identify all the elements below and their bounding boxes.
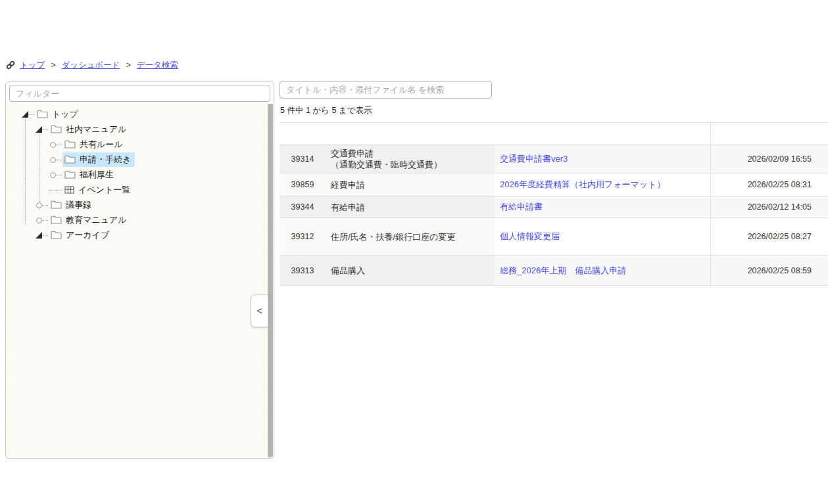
table-row: 39859経費申請2026年度経費精算（社内用フォーマット）2026/02/25… xyxy=(280,173,828,196)
expand-arrow-icon[interactable] xyxy=(36,232,42,239)
tree-node-selected[interactable]: 申請・手続き xyxy=(62,152,135,167)
breadcrumb: トップ>ダッシュボード>データ検索 xyxy=(6,59,178,71)
tree-connector xyxy=(42,205,48,206)
document-link[interactable]: 個人情報変更届 xyxy=(500,231,560,241)
panel-collapse-button[interactable]: < xyxy=(251,294,268,327)
document-link[interactable]: 有給申請書 xyxy=(500,202,543,212)
folder-icon xyxy=(64,140,76,149)
tree-node[interactable]: トップ xyxy=(35,107,82,122)
table-icon xyxy=(64,186,74,194)
breadcrumb-separator: > xyxy=(126,60,131,70)
tree-node[interactable]: 共有ルール xyxy=(62,137,127,152)
category-cell: 住所/氏名・扶養/銀行口座の変更 xyxy=(326,218,495,256)
tree-item-4[interactable]: 福利厚生 xyxy=(7,167,268,182)
folder-icon xyxy=(37,110,48,118)
document-link[interactable]: 総務_2026年上期 備品購入申請 xyxy=(500,265,626,275)
doc-id-cell: 39314 xyxy=(280,145,326,173)
link-icon xyxy=(6,60,15,70)
tree-item-label: アーカイブ xyxy=(66,229,109,241)
expand-circle-icon[interactable] xyxy=(49,156,56,163)
tree-item-label: 社内マニュアル xyxy=(66,124,127,135)
table-row: 39344有給申請有給申請書2026/02/12 14:05 xyxy=(280,196,828,218)
updated-cell: 2026/02/25 08:59 xyxy=(710,256,828,286)
tree-item-2[interactable]: 共有ルール xyxy=(7,137,268,152)
tree-connector xyxy=(42,220,48,221)
folder-icon xyxy=(64,155,76,164)
tree-node[interactable]: 社内マニュアル xyxy=(49,122,131,137)
expand-circle-icon[interactable] xyxy=(36,202,42,208)
tree-item-5[interactable]: イベント一覧 xyxy=(7,182,268,197)
folder-tree: トップ社内マニュアル共有ルール申請・手続き福利厚生イベント一覧議事録教育マニュア… xyxy=(7,104,268,457)
tree-scrollbar[interactable] xyxy=(268,104,273,457)
tree-item-6[interactable]: 議事録 xyxy=(7,197,268,212)
result-count-info: 5 件中 1 から 5 まで表示 xyxy=(280,105,372,116)
tree-item-7[interactable]: 教育マニュアル xyxy=(7,212,268,227)
breadcrumb-link-data-search[interactable]: データ検索 xyxy=(137,60,178,70)
expand-circle-icon[interactable] xyxy=(49,141,56,148)
expand-circle-icon[interactable] xyxy=(49,172,56,178)
updated-cell: 2026/02/25 08:27 xyxy=(710,218,828,256)
expand-circle-icon[interactable] xyxy=(36,217,42,223)
title-cell: 交通費申請書ver3 xyxy=(495,145,710,173)
doc-id-cell: 39313 xyxy=(280,256,326,286)
tree-item-label: 申請・手続き xyxy=(80,154,131,166)
header-cell-category[interactable] xyxy=(326,123,495,145)
document-link[interactable]: 2026年度経費精算（社内用フォーマット） xyxy=(500,179,665,189)
tree-node[interactable]: イベント一覧 xyxy=(62,183,134,197)
tree-item-0[interactable]: トップ xyxy=(7,106,268,122)
chevron-left-icon: < xyxy=(256,306,262,316)
header-cell-title[interactable] xyxy=(495,123,710,145)
folder-icon xyxy=(51,216,62,224)
tree-connector xyxy=(56,160,62,160)
tree-node[interactable]: 福利厚生 xyxy=(62,168,118,182)
tree-connector xyxy=(42,129,48,130)
header-cell-id[interactable] xyxy=(280,123,326,145)
folder-icon xyxy=(64,170,76,179)
expand-arrow-icon[interactable] xyxy=(22,111,28,118)
expand-arrow-icon[interactable] xyxy=(36,126,42,133)
breadcrumb-items: トップ>ダッシュボード>データ検索 xyxy=(20,60,178,71)
tree-node[interactable]: アーカイブ xyxy=(49,228,113,242)
updated-cell: 2026/02/12 14:05 xyxy=(710,196,828,218)
tree-item-3[interactable]: 申請・手続き xyxy=(7,152,268,167)
title-cell: 個人情報変更届 xyxy=(495,218,710,256)
tree-connector xyxy=(56,145,62,145)
tree-item-label: トップ xyxy=(52,108,78,120)
title-cell: 総務_2026年上期 備品購入申請 xyxy=(495,256,710,286)
doc-id-cell: 39312 xyxy=(280,218,326,256)
title-cell: 有給申請書 xyxy=(495,196,710,218)
folder-icon xyxy=(51,200,62,209)
table-row: 39312住所/氏名・扶養/銀行口座の変更個人情報変更届2026/02/25 0… xyxy=(280,218,828,256)
search-input[interactable] xyxy=(280,81,492,99)
category-cell: 経費申請 xyxy=(326,173,495,196)
filter-input[interactable] xyxy=(9,85,270,102)
table-row: 39313備品購入総務_2026年上期 備品購入申請2026/02/25 08:… xyxy=(280,256,828,286)
updated-cell: 2026/02/09 16:55 xyxy=(710,145,828,173)
category-cell: 備品購入 xyxy=(326,256,495,286)
category-cell: 有給申請 xyxy=(326,196,495,218)
category-cell: 交通費申請（通勤交通費・臨時交通費） xyxy=(326,145,495,173)
tree-connector xyxy=(42,235,48,236)
results-header-row xyxy=(280,123,828,145)
tree-item-label: イベント一覧 xyxy=(78,184,130,196)
results-table: 39314交通費申請（通勤交通費・臨時交通費）交通費申請書ver32026/02… xyxy=(280,122,828,286)
doc-id-cell: 39344 xyxy=(280,196,326,218)
tree-item-1[interactable]: 社内マニュアル xyxy=(7,122,268,137)
tree-item-label: 福利厚生 xyxy=(80,169,114,181)
tree-connector xyxy=(56,175,62,175)
title-cell: 2026年度経費精算（社内用フォーマット） xyxy=(495,173,710,196)
tree-connector xyxy=(28,114,34,115)
tree-connector xyxy=(56,190,62,191)
tree-item-8[interactable]: アーカイブ xyxy=(7,227,268,242)
folder-icon xyxy=(51,125,62,133)
header-cell-updated[interactable] xyxy=(710,123,828,145)
breadcrumb-separator: > xyxy=(51,60,55,70)
breadcrumb-link-top[interactable]: トップ xyxy=(20,60,45,70)
tree-item-label: 教育マニュアル xyxy=(66,214,127,226)
tree-node[interactable]: 議事録 xyxy=(49,198,95,212)
tree-node[interactable]: 教育マニュアル xyxy=(49,213,131,227)
updated-cell: 2026/02/25 08:31 xyxy=(710,173,828,196)
breadcrumb-link-dashboard[interactable]: ダッシュボード xyxy=(61,60,120,70)
document-link[interactable]: 交通費申請書ver3 xyxy=(500,154,568,164)
doc-id-cell: 39859 xyxy=(280,173,326,196)
